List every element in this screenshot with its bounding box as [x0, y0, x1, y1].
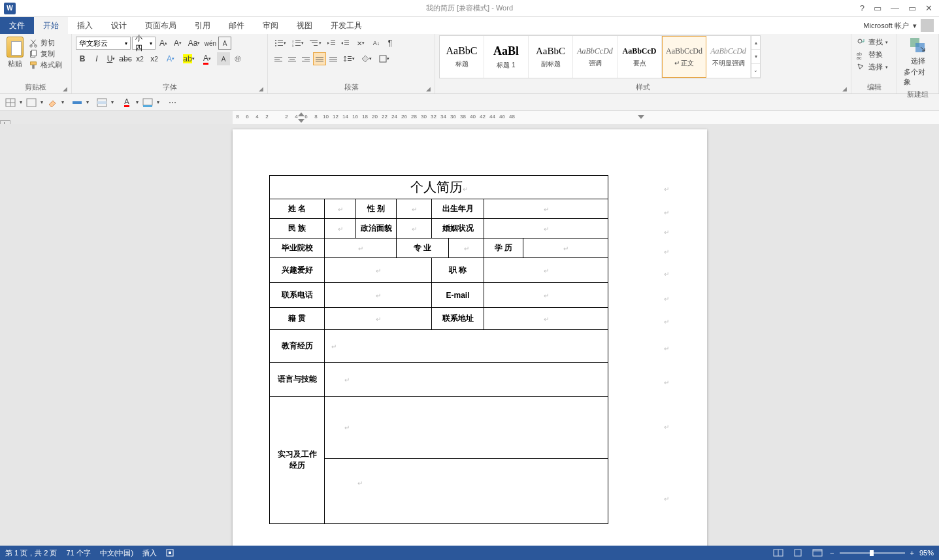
font-color-button[interactable]: A▾ [199, 52, 216, 65]
help-icon[interactable]: ? [860, 3, 865, 13]
line-spacing-button[interactable]: ▾ [340, 52, 357, 65]
label-gender: 性 别 [367, 204, 385, 213]
status-language[interactable]: 中文(中国) [100, 548, 133, 558]
show-marks-button[interactable]: ¶ [384, 37, 397, 50]
insert-row-icon[interactable] [95, 97, 108, 108]
bold-button[interactable]: B [76, 52, 89, 65]
style-item-强调[interactable]: AaBbCcDd强调 [573, 36, 618, 78]
cut-button[interactable]: 剪切 [29, 38, 62, 48]
text-effects-button[interactable]: A▾ [162, 52, 179, 65]
styles-launcher-icon[interactable]: ◢ [842, 86, 847, 92]
gallery-scroll-btn[interactable]: ▴ [751, 36, 760, 50]
ribbon-display-options-icon[interactable]: ▭ [874, 3, 881, 13]
italic-button[interactable]: I [90, 52, 103, 65]
first-line-indent-marker[interactable] [298, 112, 305, 116]
right-indent-marker[interactable] [638, 115, 644, 119]
find-button[interactable]: 查找▾ [855, 37, 889, 48]
sort-button[interactable]: A↓ [370, 37, 383, 50]
character-shading-button[interactable]: A [217, 52, 230, 65]
asian-layout-button[interactable]: ✕▾ [352, 37, 369, 50]
align-justify-button[interactable] [313, 52, 326, 65]
resume-table[interactable]: 个人简历↵ 姓 名 ↵ 性 别 ↵ 出生年月 ↵ 民 族 ↵ 政治面貌 ↵ 婚姻… [269, 175, 608, 524]
align-right-button[interactable] [299, 52, 312, 65]
view-print-layout-button[interactable] [791, 548, 805, 558]
gallery-scroll-btn[interactable]: ⌄ [751, 64, 760, 78]
view-read-mode-button[interactable] [771, 548, 785, 558]
paste-button[interactable]: 粘贴 [4, 35, 26, 70]
tab-file[interactable]: 文件 [0, 17, 34, 34]
underline-button[interactable]: U▾ [105, 52, 118, 65]
change-case-button[interactable]: Aa▾ [186, 37, 203, 50]
status-word-count[interactable]: 71 个字 [66, 548, 90, 558]
gallery-scroll-btn[interactable]: ▾ [751, 50, 760, 63]
horizontal-ruler[interactable]: 8642246810121416182022242628303234363840… [0, 111, 939, 124]
replace-button[interactable]: abac替换 [855, 49, 889, 60]
bullets-button[interactable]: ▾ [272, 37, 289, 50]
align-distribute-button[interactable] [327, 52, 340, 65]
clipboard-launcher-icon[interactable]: ◢ [63, 86, 67, 92]
multilevel-list-button[interactable]: ▾ [307, 37, 324, 50]
format-painter-button[interactable]: 格式刷 [29, 60, 62, 70]
align-left-button[interactable] [272, 52, 285, 65]
tab-page-layout[interactable]: 页面布局 [136, 17, 186, 34]
highlight-button[interactable]: ab▾ [180, 52, 197, 65]
borders-button[interactable]: ▾ [376, 52, 393, 65]
style-item-标题[interactable]: AaBbC标题 [440, 36, 484, 78]
border-style-icon[interactable] [71, 97, 84, 108]
zoom-in-button[interactable]: + [910, 549, 914, 557]
zoom-slider[interactable] [840, 552, 905, 554]
select-multiple-objects-button[interactable]: 选择 多个对象 [901, 35, 934, 88]
close-button[interactable]: ✕ [925, 3, 932, 13]
tab-design[interactable]: 设计 [102, 17, 136, 34]
maximize-button[interactable]: ▭ [908, 3, 916, 13]
account-area[interactable]: Microsoft 帐户 ▾ [863, 17, 939, 34]
pen-color-icon[interactable]: A [120, 97, 133, 108]
paragraph-launcher-icon[interactable]: ◢ [426, 86, 431, 92]
fill-color-icon[interactable] [141, 97, 154, 108]
font-size-combo[interactable]: 小四▾ [132, 37, 156, 50]
decrease-indent-button[interactable] [325, 37, 338, 50]
shrink-font-button[interactable]: A▾ [171, 37, 184, 50]
status-insert-mode[interactable]: 插入 [142, 548, 157, 558]
style-item-↵正文[interactable]: AaBbCcDd↵ 正文 [662, 36, 706, 78]
numbering-button[interactable]: 123▾ [289, 37, 306, 50]
align-center-button[interactable] [286, 52, 299, 65]
minimize-button[interactable]: — [891, 3, 899, 13]
tab-view[interactable]: 视图 [288, 17, 321, 34]
status-page[interactable]: 第 1 页，共 2 页 [5, 548, 57, 558]
superscript-button[interactable]: x2 [148, 52, 161, 65]
tab-developer[interactable]: 开发工具 [321, 17, 371, 34]
hanging-indent-marker[interactable] [298, 119, 305, 123]
style-item-不明显强调[interactable]: AaBbCcDd不明显强调 [706, 36, 751, 78]
tab-mailings[interactable]: 邮件 [220, 17, 254, 34]
grow-font-button[interactable]: A▴ [157, 37, 170, 50]
font-launcher-icon[interactable]: ◢ [259, 86, 263, 92]
phonetic-guide-button[interactable]: wén [204, 37, 217, 50]
strikethrough-button[interactable]: abc [119, 52, 132, 65]
style-item-副标题[interactable]: AaBbC副标题 [529, 36, 573, 78]
tab-home[interactable]: 开始 [34, 17, 68, 34]
copy-button[interactable]: 复制 [29, 49, 62, 59]
draw-table-icon[interactable] [4, 97, 17, 108]
character-border-button[interactable]: A [218, 37, 231, 50]
subscript-button[interactable]: x2 [133, 52, 146, 65]
view-web-layout-button[interactable] [810, 548, 825, 558]
eraser-icon[interactable] [46, 97, 59, 108]
style-item-要点[interactable]: AaBbCcD要点 [618, 36, 662, 78]
increase-indent-button[interactable] [338, 37, 352, 50]
tab-insert[interactable]: 插入 [68, 17, 102, 34]
more-icon[interactable]: ⋯ [166, 97, 179, 108]
select-button[interactable]: 选择▾ [855, 61, 889, 73]
tab-references[interactable]: 引用 [186, 17, 220, 34]
zoom-level[interactable]: 95% [919, 549, 934, 557]
enclose-characters-button[interactable]: ㊕ [231, 52, 244, 65]
font-name-combo[interactable]: 华文彩云▾ [76, 37, 131, 50]
painter-label: 格式刷 [41, 60, 62, 70]
macro-record-icon[interactable] [166, 549, 174, 557]
tab-review[interactable]: 审阅 [254, 17, 288, 34]
document-area[interactable]: 个人简历↵ 姓 名 ↵ 性 别 ↵ 出生年月 ↵ 民 族 ↵ 政治面貌 ↵ 婚姻… [0, 124, 939, 546]
insert-table-icon[interactable] [25, 97, 38, 108]
style-item-标题1[interactable]: AaBl标题 1 [484, 36, 529, 78]
shading-button[interactable]: ▾ [358, 52, 375, 65]
zoom-out-button[interactable]: − [830, 549, 834, 557]
